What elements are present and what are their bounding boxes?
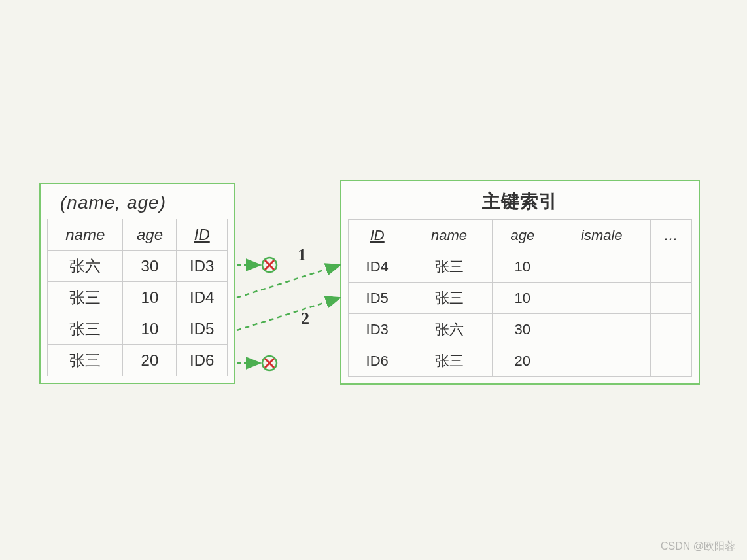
table-header-row: ID name age ismale … [349, 220, 692, 251]
primary-key-index-table: 主键索引 ID name age ismale … ID4 张三 10 ID5 … [340, 180, 700, 385]
left-table-title: (name, age) [47, 190, 228, 219]
col-ismale: ismale [553, 220, 650, 251]
arrow-2 [237, 298, 340, 330]
table-row: ID3 张六 30 [349, 314, 692, 345]
right-table: ID name age ismale … ID4 张三 10 ID5 张三 10 [348, 219, 692, 377]
table-row: 张三 10 ID5 [48, 313, 228, 345]
arrow-label-2: 2 [301, 309, 309, 328]
cell: 10 [492, 251, 553, 283]
cell: ID6 [177, 345, 228, 376]
cell: ID5 [177, 313, 228, 345]
cell: 20 [123, 345, 177, 376]
cell: 张六 [406, 314, 492, 345]
cell: ID4 [177, 282, 228, 313]
col-name: name [48, 219, 123, 251]
cell: 张三 [406, 283, 492, 314]
col-age: age [492, 220, 553, 251]
cell: 30 [123, 251, 177, 282]
cell [650, 345, 691, 377]
reject-circle-icon [262, 258, 277, 272]
cell [650, 283, 691, 314]
cell: 张三 [406, 251, 492, 283]
right-table-title: 主键索引 [348, 186, 692, 219]
col-more: … [650, 220, 691, 251]
reject-x-icon [265, 260, 274, 270]
cell: 20 [492, 345, 553, 377]
cell: 张三 [48, 313, 123, 345]
reject-x-icon [265, 359, 274, 368]
table-row: 张六 30 ID3 [48, 251, 228, 282]
cell: ID3 [177, 251, 228, 282]
table-row: 张三 20 ID6 [48, 345, 228, 376]
cell: ID6 [349, 345, 406, 377]
reject-circle-icon [262, 356, 277, 370]
col-name: name [406, 220, 492, 251]
col-id: ID [177, 219, 228, 251]
cell: 10 [123, 282, 177, 313]
cell [650, 314, 691, 345]
table-row: ID4 张三 10 [349, 251, 692, 283]
cell [553, 314, 650, 345]
table-row: ID5 张三 10 [349, 283, 692, 314]
reject-x-icon [265, 359, 274, 368]
cell: 10 [492, 283, 553, 314]
cell: ID5 [349, 283, 406, 314]
table-row: ID6 张三 20 [349, 345, 692, 377]
arrow-label-1: 1 [298, 245, 306, 264]
col-id: ID [349, 220, 406, 251]
reject-x-icon [265, 260, 274, 270]
cell: 张三 [48, 345, 123, 376]
left-table: name age ID 张六 30 ID3 张三 10 ID4 张三 10 ID… [47, 219, 228, 376]
cell: 张三 [406, 345, 492, 377]
cell: 10 [123, 313, 177, 345]
table-header-row: name age ID [48, 219, 228, 251]
cell: ID4 [349, 251, 406, 283]
watermark-text: CSDN @欧阳蓉 [661, 540, 735, 553]
cell: 30 [492, 314, 553, 345]
cell: 张六 [48, 251, 123, 282]
cell [553, 283, 650, 314]
cell: 张三 [48, 282, 123, 313]
col-age: age [123, 219, 177, 251]
cell [553, 345, 650, 377]
cell [650, 251, 691, 283]
secondary-index-table: (name, age) name age ID 张六 30 ID3 张三 10 … [39, 183, 235, 384]
table-row: 张三 10 ID4 [48, 282, 228, 313]
cell [553, 251, 650, 283]
arrow-1 [237, 265, 340, 298]
cell: ID3 [349, 314, 406, 345]
